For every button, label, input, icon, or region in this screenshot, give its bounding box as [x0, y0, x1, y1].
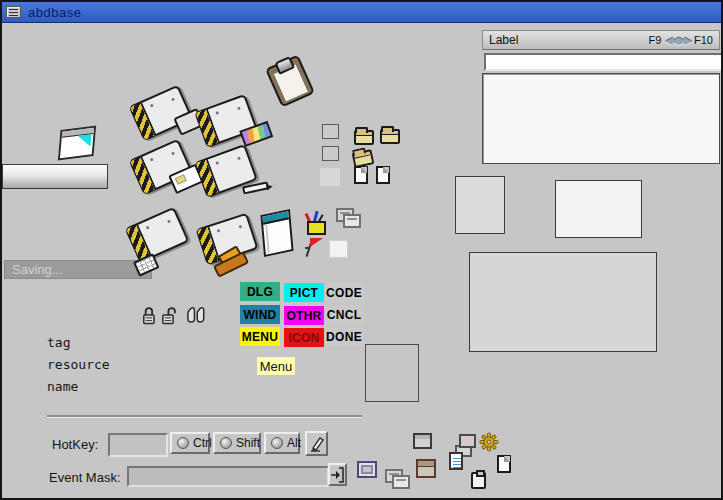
- window-title: abdbase: [28, 5, 81, 20]
- shift-toggle[interactable]: Shift: [213, 432, 261, 454]
- book-icon[interactable]: [260, 209, 293, 257]
- status-bar: Saving...: [4, 260, 152, 279]
- alt-toggle[interactable]: Alt: [264, 432, 300, 454]
- dlg-button[interactable]: DLG: [240, 282, 280, 301]
- othr-button[interactable]: OTHR: [284, 306, 324, 325]
- thumbs-icon[interactable]: [187, 305, 207, 326]
- ctrl-toggle[interactable]: Ctrl: [170, 432, 210, 454]
- blank-window-icon[interactable]: [413, 433, 432, 449]
- framed-window-icon[interactable]: [357, 461, 377, 478]
- flag-icon[interactable]: [305, 238, 325, 257]
- divider: [47, 415, 362, 418]
- status-text: Saving...: [12, 262, 63, 277]
- hotkey-pen-button[interactable]: [305, 431, 328, 456]
- tag-label: tag: [47, 335, 70, 350]
- shift-toggle-label: Shift: [236, 436, 260, 450]
- folder-icon[interactable]: [380, 129, 400, 144]
- event-mask-label: Event Mask:: [49, 470, 121, 485]
- document-icon[interactable]: [497, 455, 511, 473]
- f9-label: F9: [648, 34, 661, 46]
- resource-label: resource: [47, 357, 110, 372]
- radio-icon: [177, 437, 189, 449]
- alt-toggle-label: Alt: [287, 436, 301, 450]
- label-input[interactable]: [484, 53, 723, 71]
- next-arrows-icon[interactable]: ▶▶: [679, 35, 690, 46]
- lock-icons-group: [141, 304, 207, 326]
- preview-rect-large[interactable]: [469, 252, 657, 352]
- menu-button[interactable]: MENU: [240, 327, 280, 346]
- radio-icon: [220, 437, 232, 449]
- label-panel-header: Label F9 ◀◀ ▶▶ F10: [482, 30, 720, 50]
- cncl-button[interactable]: CNCL: [324, 305, 364, 324]
- ctrl-toggle-label: Ctrl: [193, 436, 212, 450]
- striped-card-keypad-icon[interactable]: [125, 207, 190, 264]
- striped-card-blank-icon[interactable]: [129, 85, 194, 142]
- radio-icon: [271, 437, 283, 449]
- preview-square-outline[interactable]: [365, 344, 419, 402]
- f10-label: F10: [694, 34, 713, 46]
- striped-card-loader-icon[interactable]: [195, 213, 258, 266]
- light-square-icon[interactable]: [320, 168, 340, 186]
- document-icon[interactable]: [376, 166, 390, 184]
- striped-card-pen-icon[interactable]: [194, 144, 258, 198]
- toolbox-icon[interactable]: [305, 211, 329, 235]
- blank-square-icon[interactable]: [329, 240, 348, 258]
- titled-window-icon[interactable]: [416, 459, 436, 478]
- flipchart-icon[interactable]: [58, 126, 96, 161]
- hotkey-input[interactable]: [108, 433, 168, 457]
- list-window-icon[interactable]: [449, 445, 473, 472]
- preview-rect-portrait[interactable]: [455, 176, 505, 234]
- gray-square-icon[interactable]: [322, 146, 339, 161]
- padlock-closed-icon[interactable]: [141, 305, 157, 326]
- event-mask-apply-button[interactable]: [328, 463, 347, 486]
- label-list-panel[interactable]: [482, 73, 720, 164]
- outline-window-icon[interactable]: [459, 434, 476, 448]
- padlock-open-icon[interactable]: [161, 305, 177, 326]
- document-icon[interactable]: [354, 166, 368, 184]
- striped-card-photo-icon[interactable]: [194, 94, 258, 148]
- cascade-windows-icon[interactable]: [336, 208, 360, 228]
- pict-button[interactable]: PICT: [284, 283, 324, 302]
- icon-button[interactable]: ICON: [284, 328, 324, 347]
- enter-arrow-icon: [331, 467, 344, 483]
- preview-rect-landscape[interactable]: [555, 180, 642, 238]
- gray-square-icon[interactable]: [322, 124, 339, 139]
- prev-arrows-icon[interactable]: ◀◀: [665, 35, 676, 46]
- event-mask-input[interactable]: [127, 466, 329, 487]
- label-panel-title: Label: [489, 33, 645, 47]
- name-label: name: [47, 379, 78, 394]
- cascade-windows-icon[interactable]: [385, 469, 409, 489]
- folder-icon[interactable]: [354, 130, 374, 145]
- wind-button[interactable]: WIND: [240, 305, 280, 324]
- striped-card-note-icon[interactable]: [129, 139, 194, 196]
- code-button[interactable]: CODE: [324, 283, 364, 302]
- small-clipboard-icon[interactable]: [471, 472, 486, 489]
- abdbase-window: abdbase Label F9 ◀◀ ▶▶ F10 Saving...: [0, 0, 723, 500]
- clipboard-icon[interactable]: [265, 54, 315, 107]
- gear-icon[interactable]: [479, 432, 499, 452]
- pen-icon: [310, 436, 324, 452]
- menu-tag-label[interactable]: Menu: [257, 357, 295, 375]
- hotkey-label: HotKey:: [52, 437, 98, 452]
- done-button[interactable]: DONE: [324, 327, 364, 347]
- window-menu-icon[interactable]: [6, 6, 21, 18]
- gradient-bar[interactable]: [2, 164, 108, 189]
- titlebar[interactable]: abdbase: [2, 2, 721, 23]
